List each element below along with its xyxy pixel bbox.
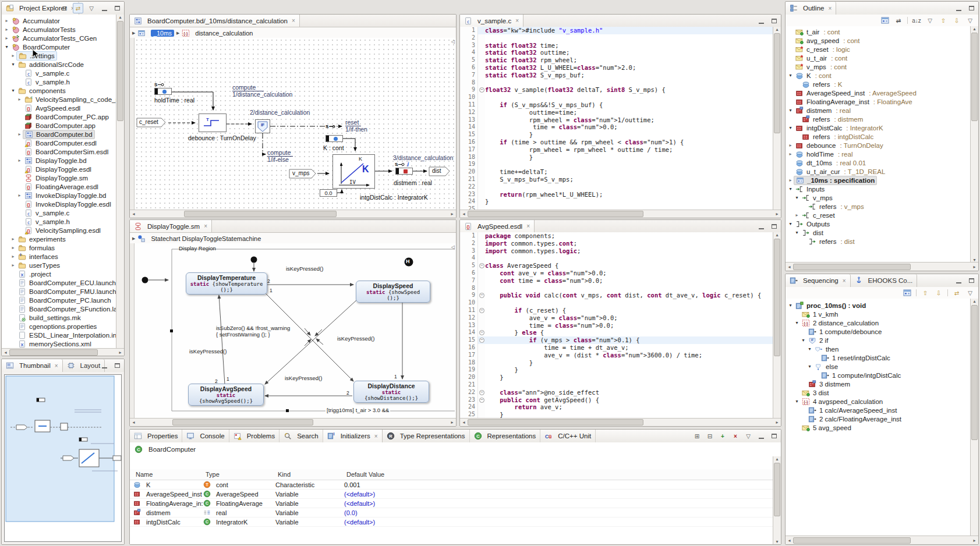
fold-collapse-icon[interactable]: − (479, 263, 484, 268)
maximize-icon[interactable] (967, 276, 976, 285)
expand-arrow-icon[interactable]: ▸ (3, 36, 10, 41)
minimize-icon[interactable] (756, 431, 766, 441)
fold-gutter[interactable] (477, 72, 485, 79)
c-editor-vscrollbar[interactable]: ▴ (773, 27, 781, 210)
guard-action-label[interactable]: { setFrostWarning (); } (216, 331, 270, 338)
tree-item[interactable]: 2 calc/FloatingAverage_inst (786, 414, 971, 423)
expand-arrow-icon[interactable]: ▾ (787, 221, 794, 226)
tree-item[interactable]: ▸formulas (2, 243, 117, 252)
code-line[interactable]: 21 (460, 381, 773, 389)
tree-item[interactable]: avg_speed: cont (786, 36, 971, 45)
fold-gutter[interactable] (477, 198, 485, 205)
table-row[interactable]: AverageSpeed_instCAverageSpeedVariable(<… (130, 490, 773, 499)
code-line[interactable]: 3import common.types.logic; (460, 247, 773, 255)
integrator-block[interactable]: K K IV (332, 154, 375, 189)
expand-arrow-icon[interactable]: ▾ (806, 346, 813, 352)
maximize-icon[interactable] (967, 3, 976, 13)
expand-arrow-icon[interactable]: ▾ (787, 108, 794, 113)
expand-arrow-icon[interactable]: ▸ (794, 212, 800, 218)
tree-item[interactable]: ▸cVelocitySampling_c_code_snip (2, 95, 117, 104)
fold-gutter[interactable] (477, 176, 485, 183)
fold-collapse-icon[interactable]: − (479, 308, 484, 313)
transition-label[interactable]: isKeyPressed() (286, 265, 323, 272)
expand-arrow-icon[interactable]: ▾ (794, 230, 800, 235)
tree-item[interactable]: ▸holdTime: real (786, 150, 971, 158)
fold-collapse-icon[interactable]: − (479, 293, 484, 298)
tree-item[interactable]: ▸userTypes (2, 261, 117, 270)
state-display-temperature[interactable]: DisplayTemperature static {showTemperatu… (186, 272, 267, 295)
code-line[interactable]: 20 } (460, 374, 773, 381)
distmem-switch-block[interactable] (395, 168, 413, 175)
scroll-left-icon[interactable]: ◂ (460, 211, 468, 217)
fold-gutter[interactable]: − (477, 396, 485, 404)
history-state[interactable]: H (406, 258, 410, 264)
expand-arrow-icon[interactable]: ▸ (3, 27, 10, 32)
project-explorer-hscrollbar[interactable]: ◂ ▸ (2, 348, 124, 356)
fold-gutter[interactable] (477, 49, 485, 56)
view-menu-icon[interactable]: ▽ (744, 431, 753, 441)
fold-gutter[interactable] (477, 168, 485, 176)
table-row[interactable]: FloatingAverage_in:CFloatingAverageVaria… (130, 499, 773, 508)
expand-arrow-icon[interactable]: ▸ (3, 18, 10, 23)
tree-item[interactable]: ▾{-}4 avgspeed_calculation (786, 397, 971, 406)
code-line[interactable]: 4static float32 outtime; (460, 49, 773, 56)
close-icon[interactable]: × (526, 223, 530, 229)
tree-item[interactable]: ▾Outputs (786, 219, 971, 228)
tab-outline[interactable]: Outline × (786, 2, 836, 15)
add-icon[interactable]: + (718, 431, 727, 441)
tree-item[interactable]: cv_sample.c (2, 69, 117, 77)
bottom-tab-properties[interactable]: Properties (130, 430, 182, 442)
bottom-tab-initializers[interactable]: IInitializers× (323, 430, 383, 442)
tree-item[interactable]: ▾intgDistCalc: IntegratorK (786, 123, 971, 132)
code-line[interactable]: 23 return(rpm_wheel*L_U_WHEEL); (460, 191, 773, 198)
expand-arrow-icon[interactable]: ▸ (787, 178, 794, 183)
scroll-right-icon[interactable]: ▸ (971, 264, 978, 270)
code-line[interactable]: 1package components; (460, 232, 773, 240)
code-line[interactable]: 13 time = class="num">0.0; (460, 322, 773, 329)
fold-gutter[interactable] (477, 381, 485, 389)
code-line[interactable]: 25 } (460, 411, 773, 419)
fold-gutter[interactable]: − (477, 262, 485, 270)
fold-gutter[interactable] (477, 403, 485, 411)
code-line[interactable]: 2 (460, 34, 773, 42)
scroll-up-icon[interactable]: ▴ (773, 456, 781, 462)
code-line[interactable]: 9−float32 v_sample(float32 deltaT, sint8… (460, 86, 773, 94)
code-line[interactable]: 16 if (time > outtime && rpm_wheel < cla… (460, 139, 773, 146)
tree-item[interactable]: BoardComputer_PC.app (2, 112, 117, 121)
expand-arrow-icon[interactable]: ▸ (16, 97, 23, 102)
tree-item[interactable]: X.project (2, 270, 117, 278)
fold-gutter[interactable]: − (477, 292, 485, 299)
fold-gutter[interactable] (477, 366, 485, 374)
sort-az-icon[interactable]: a↓z (912, 16, 921, 25)
tree-item[interactable]: ▸iinterfaces (2, 252, 117, 261)
seq-if-then[interactable]: reset1/if-then (345, 119, 367, 133)
code-line[interactable]: 8 (460, 285, 773, 292)
fold-gutter[interactable]: − (477, 389, 485, 396)
seq-label-3[interactable]: 3/distance_calculation (393, 154, 453, 161)
tab-bd-editor[interactable]: BoardComputer.bd/_10ms/distance_calculat… (130, 15, 300, 27)
fold-gutter[interactable] (477, 285, 485, 292)
fold-gutter[interactable] (477, 79, 485, 87)
scroll-right-icon[interactable]: ▸ (773, 420, 781, 425)
code-line[interactable]: 18 } (460, 359, 773, 367)
fold-gutter[interactable] (477, 374, 485, 381)
tree-item[interactable]: u_t_air: cont (786, 54, 971, 62)
tree-item[interactable]: 1 reset/intgDistCalc (786, 353, 971, 362)
scroll-left-icon[interactable]: ◂ (460, 420, 468, 425)
fold-gutter[interactable]: − (477, 307, 485, 314)
expand-arrow-icon[interactable]: ▸ (10, 245, 16, 250)
breadcrumb-statechart[interactable]: Statechart DisplayToggleStatemachine (151, 235, 261, 242)
remove-icon[interactable]: × (731, 431, 740, 441)
tree-item[interactable]: {}AvgSpeed.esdl (2, 104, 117, 112)
expand-arrow-icon[interactable]: ▸ (787, 151, 794, 157)
table-row[interactable]: KTcontCharacteristic0.001 (130, 480, 773, 490)
bottom-tab-c-c-unit[interactable]: CüC/C++ Unit (540, 430, 596, 442)
scroll-up-icon[interactable]: ▴ (116, 15, 124, 20)
transition-label[interactable]: isKeyPressed() (189, 348, 227, 354)
tree-item[interactable]: BoardComputer_SFunction.launch (2, 304, 117, 313)
cell-default-value[interactable]: (<default>) (344, 500, 773, 507)
view-menu-icon[interactable]: ▽ (87, 3, 96, 13)
tree-item[interactable]: AverageSpeed_inst: AverageSpeed (786, 88, 971, 97)
expand-arrow-icon[interactable]: ▾ (787, 186, 794, 192)
expand-arrow-icon[interactable]: ▸ (10, 53, 16, 58)
